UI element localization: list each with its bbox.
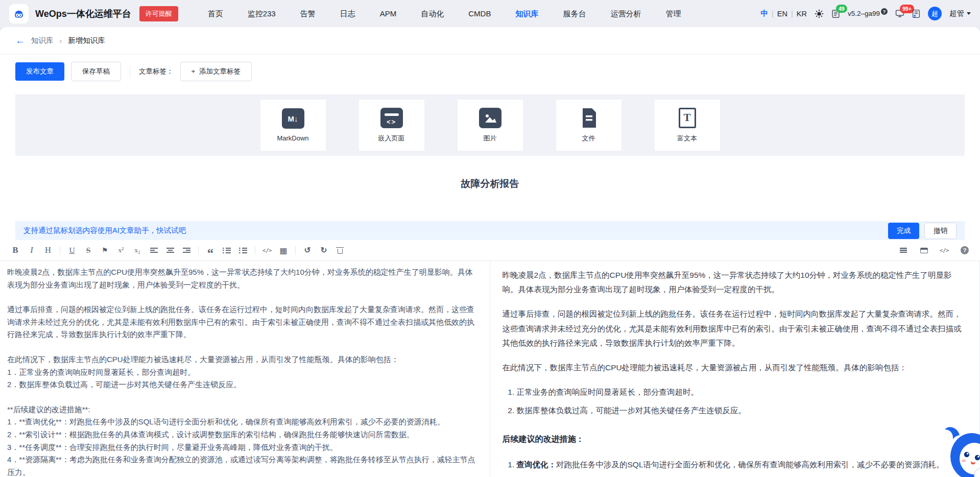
language-switcher: 中 | EN | KR	[761, 9, 807, 18]
toolbar-button-strikethrough[interactable]: S	[80, 244, 97, 257]
page-body: ← 知识库 › 新增知识库 发布文章 保存草稿 文章标签： + 添加文章标签 M…	[0, 27, 980, 477]
source-line[interactable]: 3．**任务调度**：合理安排跑批任务的执行时间，尽量避开业务高峰期，降低对业务…	[7, 441, 479, 454]
toolbar-button-underline[interactable]: U	[64, 244, 80, 257]
impact-list: 正常业务的查询响应时间显著延长，部分查询超时。数据库整体负载过高，可能进一步对其…	[503, 385, 967, 418]
preview-paragraph: 昨晚凌晨2点，数据库主节点的CPU使用率突然飙升至95%，这一异常状态持续了大约…	[503, 268, 967, 297]
back-arrow-icon[interactable]: ←	[15, 36, 25, 45]
lang-en[interactable]: EN	[777, 10, 787, 18]
toolbar-button-redo[interactable]: ↻	[316, 244, 332, 257]
nav-item-analysis[interactable]: 运营分析	[598, 0, 653, 27]
add-tag-button[interactable]: + 添加文章标签	[180, 62, 252, 81]
toolbar-button-divider	[295, 246, 296, 255]
toolbar-button-ordered-list[interactable]	[219, 244, 235, 257]
toolbar-button-italic[interactable]: I	[23, 244, 40, 257]
ticket-report-icon[interactable]	[912, 9, 920, 18]
toolbar-button-window[interactable]	[916, 244, 932, 257]
nav-item-alarm[interactable]: 告警	[288, 0, 328, 27]
article-title[interactable]: 故障分析报告	[0, 177, 980, 190]
toolbar-button-quote[interactable]: “	[202, 244, 219, 257]
ai-cancel-button[interactable]: 撤销	[924, 223, 957, 239]
license-badge[interactable]: 许可提醒	[139, 6, 178, 21]
toolbar-button-unordered-list[interactable]	[235, 244, 251, 257]
divider	[130, 65, 130, 78]
version-info-icon[interactable]: ?	[881, 8, 888, 15]
nav-item-home[interactable]: 首页	[196, 0, 235, 27]
embed-page-icon: <>	[380, 108, 403, 128]
toolbar-button-undo[interactable]: ↺	[299, 244, 316, 257]
source-line[interactable]: 2．数据库整体负载过高，可能进一步对其他关键任务产生连锁反应。	[7, 378, 479, 391]
release-count-badge: 49	[836, 5, 847, 13]
toolbar-button-trash[interactable]	[332, 244, 348, 257]
avatar[interactable]: 超	[928, 7, 942, 20]
publish-button[interactable]: 发布文章	[15, 62, 64, 81]
mascot-assistant[interactable]	[939, 423, 980, 477]
breadcrumb: ← 知识库 › 新增知识库	[0, 27, 980, 55]
source-line[interactable]: **后续建议的改进措施**:	[7, 403, 479, 416]
markdown-icon: M↓	[282, 108, 304, 129]
app-logo[interactable]	[9, 4, 29, 23]
split-editor: 昨晚凌晨2点，数据库主节点的CPU使用率突然飙升至95%，这一异常状态持续了大约…	[0, 261, 980, 477]
toolbar-button-divider	[60, 246, 60, 255]
toolbar-button-code-view[interactable]: </>	[936, 244, 952, 257]
nav-item-service-desk[interactable]: 服务台	[551, 0, 598, 27]
app: { "navbar": { "brand": "WeOps一体化运维平台", "…	[0, 0, 980, 477]
toolbar-button-table[interactable]: ▦	[275, 244, 292, 257]
lang-kr[interactable]: KR	[797, 10, 807, 18]
release-notes-icon[interactable]: 49	[831, 9, 840, 18]
notification-icon[interactable]: 99+	[895, 9, 904, 18]
toolbar-button-align-left[interactable]	[146, 244, 162, 257]
breadcrumb-parent[interactable]: 知识库	[31, 36, 54, 45]
source-line[interactable]: 通过事后排查，问题的根因被定位到新上线的跑批任务。该任务在运行过程中，短时间内向…	[7, 303, 479, 341]
toolbar-button-bold[interactable]: B	[7, 244, 23, 257]
version-label: v5.2–ga99 ?	[848, 10, 888, 17]
toolbar-button-bookmark[interactable]: ⚑	[97, 244, 113, 257]
insert-card-file[interactable]: 文件	[556, 100, 622, 151]
action-bar: 发布文章 保存草稿 文章标签： + 添加文章标签	[0, 55, 980, 81]
richtext-icon: T	[679, 108, 696, 128]
lang-zh[interactable]: 中	[761, 9, 769, 18]
insert-card-markdown[interactable]: M↓ MarkDown	[260, 100, 326, 151]
nav-item-knowledge[interactable]: 知识库	[503, 0, 551, 27]
ai-done-button[interactable]: 完成	[888, 223, 919, 239]
toolbar-button-menu[interactable]	[895, 244, 912, 257]
toolbar-button-subscript[interactable]: x₂	[129, 244, 146, 257]
nav-item-admin[interactable]: 管理	[653, 0, 693, 27]
insert-card-embed[interactable]: <> 嵌入页面	[359, 100, 424, 151]
preview-pane[interactable]: 昨晚凌晨2点，数据库主节点的CPU使用率突然飙升至95%，这一异常状态持续了大约…	[490, 261, 980, 477]
toolbar-button-help[interactable]: ?	[957, 244, 973, 257]
nav-item-log[interactable]: 日志	[328, 0, 368, 27]
chevron-down-icon	[967, 12, 971, 17]
measure-item: 查询优化：对跑批任务中涉及的SQL语句进行全面分析和优化，确保所有查询能够高效利…	[517, 458, 967, 472]
toolbar-button-align-center[interactable]	[162, 244, 178, 257]
lang-separator: |	[772, 10, 774, 18]
source-line[interactable]: 在此情况下，数据库主节点的CPU处理能力被迅速耗尽，大量资源被占用，从而引发了性…	[7, 353, 479, 366]
toolbar-button-code[interactable]: </>	[259, 244, 275, 257]
source-line[interactable]: 昨晚凌晨2点，数据库主节点的CPU使用率突然飙升至95%，这一异常状态持续了大约…	[7, 266, 479, 291]
toolbar-button-divider	[198, 246, 199, 255]
theme-icon[interactable]	[815, 9, 824, 18]
lang-separator: |	[791, 10, 793, 18]
insert-block-band: M↓ MarkDown <> 嵌入页面 图片	[15, 94, 965, 156]
toolbar-button-superscript[interactable]: x²	[113, 244, 129, 257]
save-draft-button[interactable]: 保存草稿	[71, 62, 121, 81]
markdown-source-pane[interactable]: 昨晚凌晨2点，数据库主节点的CPU使用率突然飙升至95%，这一异常状态持续了大约…	[0, 261, 490, 477]
toolbar-button-align-right[interactable]	[178, 244, 195, 257]
nav-item-automation[interactable]: 自动化	[409, 0, 456, 27]
source-line[interactable]: 4．**资源隔离**：考虑为跑批任务和业务查询分配独立的资源池，或通过读写分离等…	[7, 454, 479, 477]
nav-item-monitor[interactable]: 监控233	[235, 0, 288, 27]
editor-toolbar: B I H U S ⚑ x² x₂	[0, 240, 980, 261]
toolbar-button-heading[interactable]: H	[40, 244, 56, 257]
insert-card-image[interactable]: 图片	[458, 100, 523, 151]
main-menu: 首页监控233告警日志APM自动化CMDB知识库服务台运营分析管理	[196, 0, 694, 27]
user-menu[interactable]: 超管	[949, 9, 971, 18]
source-line[interactable]: 2．**索引设计**：根据跑批任务的具体查询模式，设计或调整数据库的索引结构，确…	[7, 428, 479, 441]
nav-item-cmdb[interactable]: CMDB	[456, 0, 503, 27]
file-icon	[580, 108, 597, 128]
breadcrumb-separator-icon: ›	[60, 37, 62, 45]
nav-item-apm[interactable]: APM	[368, 0, 409, 27]
insert-card-richtext[interactable]: T 富文本	[655, 100, 720, 151]
brand-title: WeOps一体化运维平台	[35, 8, 131, 20]
source-line[interactable]: 1．**查询优化**：对跑批任务中涉及的SQL语句进行全面分析和优化，确保所有查…	[7, 416, 479, 428]
tag-label: 文章标签：	[139, 67, 174, 76]
source-line[interactable]: 1．正常业务的查询响应时间显著延长，部分查询超时。	[7, 366, 479, 379]
